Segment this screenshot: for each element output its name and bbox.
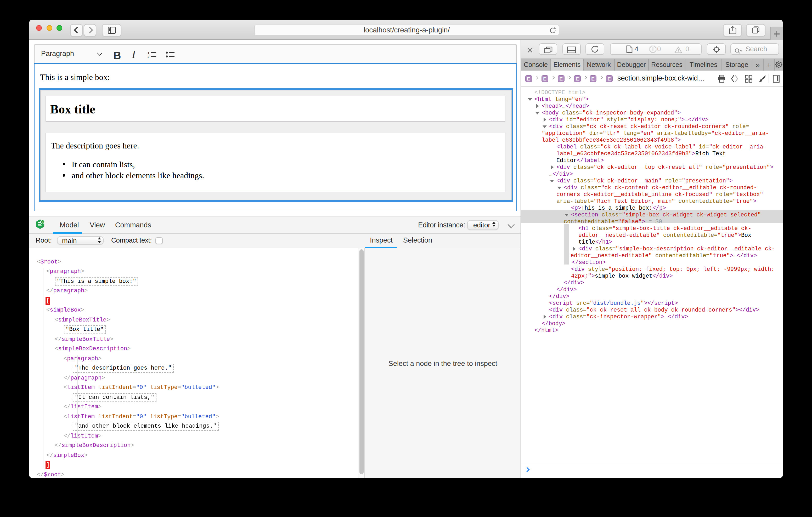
svg-text:5: 5 [42, 220, 44, 223]
svg-text:2: 2 [147, 55, 149, 58]
svg-text:1: 1 [147, 51, 149, 55]
